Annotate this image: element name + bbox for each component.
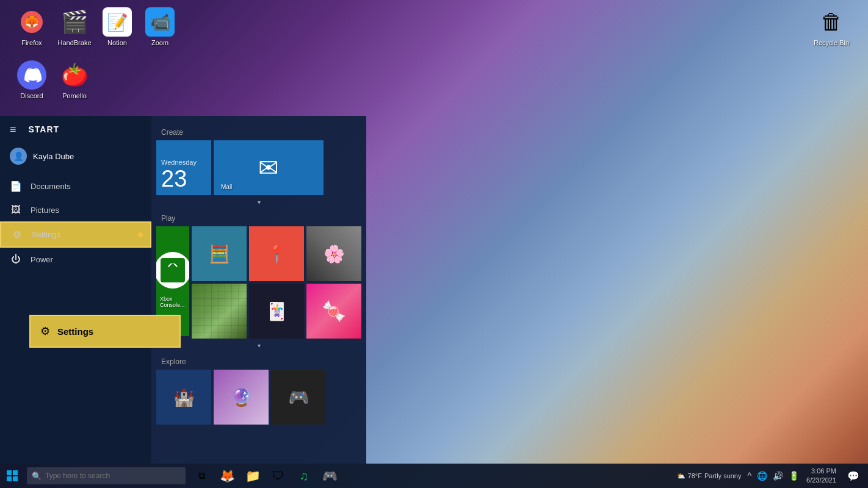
notification-button[interactable]: 💬 (841, 464, 866, 488)
nav-item-documents[interactable]: 📄 Documents (0, 174, 151, 198)
tile-dark-game[interactable]: 🎮 (271, 370, 326, 425)
firefox-label: Firefox (21, 39, 42, 46)
tile-disney[interactable]: 🏰 (156, 370, 211, 425)
settings-label: Settings (32, 230, 60, 239)
tile-photos[interactable]: 🌸 (306, 226, 361, 281)
desktop-icon-firefox[interactable]: 🦊 Firefox (7, 5, 56, 49)
tile-candy-crush[interactable]: 🍬 (306, 284, 361, 339)
windows-logo (7, 470, 18, 481)
calendar-day-number: 23 (156, 167, 192, 190)
start-menu: ≡ START 👤 Kayla Dube 📄 Documents 🖼 Pictu… (0, 116, 366, 464)
start-right-panel: Create Wednesday 23 ✉ Mail ▾ Play (151, 116, 366, 464)
clock[interactable]: 3:06 PM 6/23/2021 (801, 467, 841, 486)
power-icon: ⏻ (10, 254, 22, 265)
explore-section-label: Explore (156, 355, 361, 370)
start-title: START (29, 124, 60, 134)
weather-temp: 78°F (688, 472, 702, 479)
photos-icon: 🌸 (324, 244, 345, 264)
tile-solitaire[interactable]: 🃏 (249, 284, 304, 339)
taskbar-shield[interactable]: 🛡 (266, 464, 291, 488)
taskbar-task-view[interactable]: ⧉ (189, 464, 214, 488)
handbrake-label: HandBrake (57, 39, 91, 46)
tile-calculator[interactable]: 🧮 (192, 226, 247, 281)
taskbar-explorer[interactable]: 📁 (241, 464, 265, 488)
mail-icon: ✉ (258, 154, 279, 182)
desktop: 🦊 Firefox 🎬 HandBrake 📝 Notion 📹 Zoom Di… (0, 0, 868, 488)
maps-icon: 📍 (266, 244, 288, 264)
desktop-icon-recycle-bin[interactable]: 🗑 Recycle Bin (807, 5, 856, 49)
desktop-icon-pomello[interactable]: 🍅 Pomello (50, 58, 99, 102)
win-logo-tl (7, 470, 12, 475)
mail-label: Mail (217, 181, 236, 193)
tile-maps[interactable]: 📍 (249, 226, 304, 281)
user-avatar: 👤 (10, 148, 27, 165)
play-section-label: Play (156, 212, 361, 226)
clock-date: 6/23/2021 (806, 476, 836, 485)
taskbar: 🔍 ⧉ 🦊 📁 🛡 ♫ 🎮 ⛅ 78°F Partly sunny ^ 🌐 (0, 464, 868, 488)
recycle-bin-label: Recycle Bin (814, 39, 849, 46)
win-logo-bl (7, 476, 12, 481)
zoom-label: Zoom (151, 39, 168, 46)
calendar-label (156, 190, 164, 195)
start-header: ≡ START (0, 116, 151, 143)
photos-bg: 🌸 (306, 226, 361, 281)
tile-minecraft[interactable] (192, 284, 247, 339)
settings-highlight-box[interactable]: ⚙ Settings (29, 315, 181, 348)
bubble-icon: 🔮 (231, 387, 252, 407)
volume-icon[interactable]: 🔊 (770, 471, 786, 481)
candy-icon: 🍬 (322, 300, 346, 323)
taskbar-right: ⛅ 78°F Partly sunny ^ 🌐 🔊 🔋 3:06 PM 6/23… (673, 464, 868, 488)
desktop-icon-handbrake[interactable]: 🎬 HandBrake (50, 5, 99, 49)
nav-item-pictures[interactable]: 🖼 Pictures (0, 198, 151, 221)
tile-mail[interactable]: ✉ Mail (214, 140, 324, 195)
battery-icon[interactable]: 🔋 (786, 471, 801, 481)
settings-highlight-label: Settings (57, 326, 93, 337)
solitaire-icon: 🃏 (249, 284, 304, 339)
search-icon: 🔍 (32, 472, 42, 481)
nav-item-power[interactable]: ⏻ Power (0, 248, 151, 271)
win-logo-br (13, 476, 18, 481)
weather-widget[interactable]: ⛅ 78°F Partly sunny (673, 472, 745, 480)
desktop-icon-discord[interactable]: Discord (7, 58, 56, 102)
caret-up-icon[interactable]: ^ (745, 471, 754, 481)
discord-label: Discord (20, 92, 43, 99)
win-logo-tr (13, 470, 18, 475)
calendar-day-name: Wednesday (156, 154, 201, 167)
taskbar-spotify[interactable]: ♫ (292, 464, 316, 488)
user-name: Kayla Dube (33, 152, 74, 161)
start-user-section[interactable]: 👤 Kayla Dube (0, 143, 151, 170)
nav-item-settings[interactable]: ⚙ Settings (0, 221, 151, 248)
taskbar-search[interactable]: 🔍 (27, 467, 186, 484)
scroll-indicator-2: ▾ (156, 341, 361, 350)
desktop-icon-zoom[interactable]: 📹 Zoom (136, 5, 184, 49)
documents-icon: 📄 (10, 181, 22, 192)
hamburger-button[interactable]: ≡ (10, 123, 16, 136)
settings-gear-icon: ⚙ (40, 325, 50, 338)
tile-bubble-witch[interactable]: 🔮 (214, 370, 269, 425)
taskbar-firefox[interactable]: 🦊 (215, 464, 239, 488)
start-left-panel: ≡ START 👤 Kayla Dube 📄 Documents 🖼 Pictu… (0, 116, 151, 464)
search-input[interactable] (45, 472, 155, 480)
pictures-label: Pictures (31, 206, 59, 215)
weather-desc: Partly sunny (704, 472, 742, 479)
calculator-icon: 🧮 (209, 244, 230, 264)
tiles-row-3: 🏰 🔮 🎮 (156, 370, 361, 425)
pomello-label: Pomello (62, 92, 87, 99)
clock-time: 3:06 PM (806, 467, 836, 476)
disney-icon: 🏰 (173, 387, 195, 407)
power-label: Power (31, 255, 53, 264)
taskbar-app-icons: ⧉ 🦊 📁 🛡 ♫ 🎮 (189, 464, 342, 488)
start-button[interactable] (0, 464, 24, 488)
notification-area: ^ 🌐 🔊 🔋 (745, 471, 801, 481)
taskbar-game[interactable]: 🎮 (317, 464, 342, 488)
network-icon[interactable]: 🌐 (754, 471, 770, 481)
desktop-icon-notion[interactable]: 📝 Notion (93, 5, 142, 49)
xbox-label: Xbox Console... (156, 293, 189, 310)
tiles-row-1: Wednesday 23 ✉ Mail (156, 140, 361, 195)
dark-icon: 🎮 (288, 387, 309, 407)
tiles-row-2: Xbox Console... 🧮 📍 🌸 (156, 226, 361, 339)
svg-text:🦊: 🦊 (25, 15, 39, 29)
pictures-icon: 🖼 (10, 204, 22, 215)
settings-icon: ⚙ (11, 229, 23, 240)
tile-calendar[interactable]: Wednesday 23 (156, 140, 211, 195)
